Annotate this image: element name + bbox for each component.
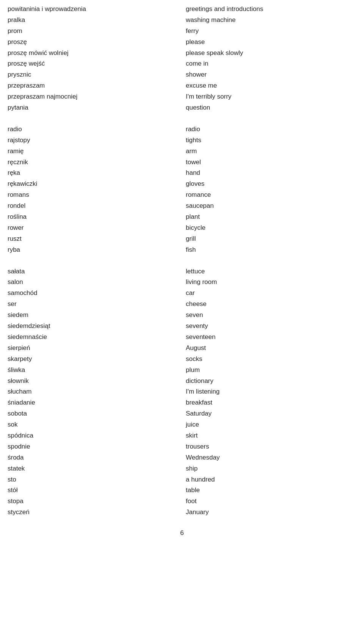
list-item: słownik <box>8 376 174 387</box>
list-item: ryba <box>8 245 174 256</box>
list-item: romans <box>8 190 174 201</box>
list-item: salon <box>8 277 174 288</box>
list-item: greetings and introductions <box>186 4 356 15</box>
list-item: ferry <box>186 26 356 37</box>
list-item: come in <box>186 58 356 69</box>
list-item: Saturday <box>186 408 356 419</box>
list-item: I'm terribly sorry <box>186 91 356 102</box>
list-item: dictionary <box>186 376 356 387</box>
list-item: śniadanie <box>8 397 174 408</box>
gap4 <box>186 256 356 266</box>
list-item: August <box>186 343 356 354</box>
list-item: Wednesday <box>186 452 356 463</box>
gap3 <box>186 113 356 124</box>
list-item: prom <box>8 26 174 37</box>
list-item: przepraszam <box>8 80 174 91</box>
left-block2: radiorajstopyramięręcznikrękarękawiczkir… <box>8 124 174 256</box>
gap2 <box>8 256 174 266</box>
list-item: tights <box>186 135 356 146</box>
list-item: towel <box>186 157 356 168</box>
list-item: question <box>186 102 356 113</box>
list-item: samochód <box>8 288 174 299</box>
list-item: stół <box>8 485 174 496</box>
list-item: ser <box>8 299 174 310</box>
left-block1: powitaninia i wprowadzeniapralkaprompros… <box>8 4 174 113</box>
list-item: śliwka <box>8 365 174 376</box>
list-item: rajstopy <box>8 135 174 146</box>
right-block1: greetings and introductionswashing machi… <box>186 4 356 113</box>
list-item: juice <box>186 419 356 430</box>
list-item: rower <box>8 223 174 234</box>
list-item: sto <box>8 474 174 485</box>
left-block3: sałatasalonsamochódsersiedemsiedemdziesi… <box>8 266 174 518</box>
list-item: rondel <box>8 201 174 212</box>
list-item: pralka <box>8 15 174 26</box>
list-item: rękawiczki <box>8 179 174 190</box>
right-block2: radiotightsarmtowelhandglovesromancesauc… <box>186 124 356 256</box>
list-item: bicycle <box>186 223 356 234</box>
list-item: ramię <box>8 146 174 157</box>
list-item: a hundred <box>186 474 356 485</box>
list-item: przepraszam najmocniej <box>8 91 174 102</box>
list-item: skarpety <box>8 354 174 365</box>
list-item: romance <box>186 190 356 201</box>
list-item: ruszt <box>8 234 174 245</box>
list-item: proszę wejść <box>8 58 174 69</box>
list-item: gloves <box>186 179 356 190</box>
list-item: plant <box>186 212 356 223</box>
list-item: arm <box>186 146 356 157</box>
list-item: socks <box>186 354 356 365</box>
list-item: siedem <box>8 310 174 321</box>
list-item: trousers <box>186 441 356 452</box>
list-item: pytania <box>8 102 174 113</box>
list-item: stopa <box>8 496 174 507</box>
list-item: January <box>186 507 356 518</box>
list-item: statek <box>8 463 174 474</box>
list-item: car <box>186 288 356 299</box>
list-item: sobota <box>8 408 174 419</box>
list-item: lettuce <box>186 266 356 277</box>
list-item: seven <box>186 310 356 321</box>
list-item: fish <box>186 245 356 256</box>
list-item: ręcznik <box>8 157 174 168</box>
list-item: sałata <box>8 266 174 277</box>
gap1 <box>8 113 174 124</box>
list-item: seventy <box>186 321 356 332</box>
list-item: słucham <box>8 386 174 397</box>
list-item: radio <box>8 124 174 135</box>
list-item: styczeń <box>8 507 174 518</box>
left-column: powitaninia i wprowadzeniapralkaprompros… <box>8 4 182 518</box>
list-item: proszę <box>8 37 174 48</box>
list-item: skirt <box>186 430 356 441</box>
list-item: I'm listening <box>186 386 356 397</box>
list-item: please speak slowly <box>186 48 356 59</box>
list-item: hand <box>186 168 356 179</box>
right-column: greetings and introductionswashing machi… <box>182 4 356 518</box>
list-item: living room <box>186 277 356 288</box>
list-item: powitaninia i wprowadzenia <box>8 4 174 15</box>
list-item: breakfast <box>186 397 356 408</box>
list-item: ship <box>186 463 356 474</box>
list-item: saucepan <box>186 201 356 212</box>
list-item: siedemnaście <box>8 332 174 343</box>
list-item: grill <box>186 234 356 245</box>
list-item: prysznic <box>8 69 174 80</box>
list-item: please <box>186 37 356 48</box>
list-item: cheese <box>186 299 356 310</box>
main-columns: powitaninia i wprowadzeniapralkaprompros… <box>8 4 356 518</box>
list-item: spodnie <box>8 441 174 452</box>
list-item: siedemdziesiąt <box>8 321 174 332</box>
list-item: proszę mówić wolniej <box>8 48 174 59</box>
list-item: sierpień <box>8 343 174 354</box>
list-item: ręka <box>8 168 174 179</box>
list-item: table <box>186 485 356 496</box>
list-item: radio <box>186 124 356 135</box>
list-item: shower <box>186 69 356 80</box>
list-item: plum <box>186 365 356 376</box>
list-item: seventeen <box>186 332 356 343</box>
page-container: powitaninia i wprowadzeniapralkaprompros… <box>8 4 356 537</box>
list-item: foot <box>186 496 356 507</box>
list-item: spódnica <box>8 430 174 441</box>
list-item: washing machine <box>186 15 356 26</box>
list-item: roślina <box>8 212 174 223</box>
